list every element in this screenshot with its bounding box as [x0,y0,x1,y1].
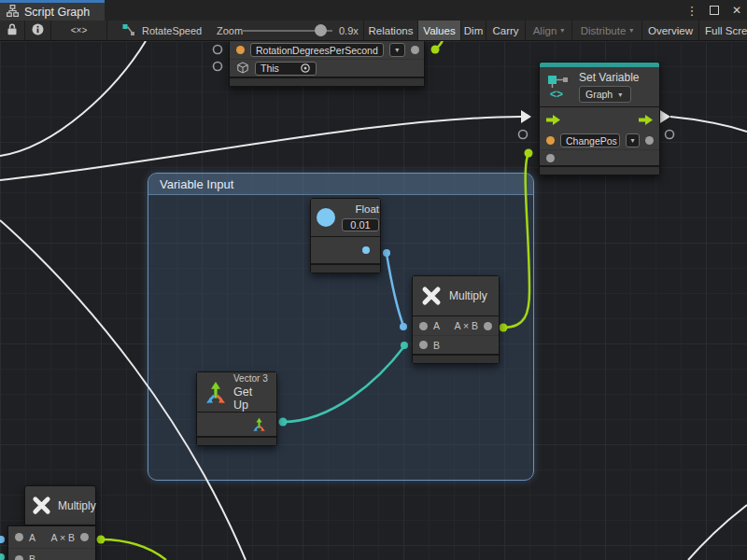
wire-blue-float-to-multiply-a [387,254,403,326]
port-result-output[interactable] [80,533,89,541]
script-machine-icon [122,23,135,38]
chevron-down-icon: ▾ [618,91,622,99]
input-a-row: A A × B [8,526,95,548]
chevron-down-icon: ▾ [560,26,564,35]
wire-end-dot [0,536,5,543]
wire-green-multiply2-output [101,539,166,560]
vector3-icon [204,381,227,403]
wire-end-dot [525,149,533,158]
node-float-literal[interactable]: Float 0.01 [310,198,381,273]
chevron-down-icon: ▾ [630,136,634,145]
port-value-output[interactable] [411,46,419,54]
node-title: Set Variable [579,71,639,84]
input-a-row: A A × B [413,316,499,335]
port-float-output[interactable] [362,246,370,254]
variable-name-row: RotationDegreesPerSecond ▾ [230,41,424,59]
variable-name-field[interactable]: ChangePos [560,133,620,147]
port-a-input[interactable] [419,322,428,330]
variable-scope-dropdown[interactable]: Graph ▾ [579,86,631,103]
close-icon[interactable]: ✕ [730,3,743,18]
node-type-label: Vector 3 [233,373,269,384]
lock-button[interactable] [0,21,25,40]
port-value-output[interactable] [645,136,654,145]
port-variable-name[interactable] [546,136,555,145]
node-footer [540,167,659,175]
port-ring[interactable] [666,131,674,139]
port-variable-name[interactable] [236,46,245,54]
set-variable-icon: <> [547,75,572,100]
port-ring[interactable] [214,63,222,71]
graph-canvas[interactable]: Variable Input Rot [0,41,747,560]
dim-button[interactable]: Dim [461,21,486,40]
float-value-field[interactable]: 0.01 [342,218,379,231]
target-field[interactable]: This [255,62,317,76]
code-view-button[interactable]: <×> [51,21,107,40]
wire-end-dot [97,536,106,544]
carry-button[interactable]: Carry [486,21,526,40]
info-icon [32,23,44,37]
output-row [311,237,380,263]
node-vector3-get-up[interactable]: Vector 3 Get Up [196,371,277,446]
node-footer [311,265,380,273]
flow-arrow-in [521,110,531,123]
flow-input-arrow-icon[interactable] [546,115,560,125]
zoom-slider-handle[interactable] [315,24,327,36]
node-set-variable[interactable]: <> Set Variable Graph ▾ ChangePos [539,62,660,175]
input-b-row: B [413,335,499,354]
node-title: Float [355,203,379,215]
relations-button[interactable]: Relations [363,21,418,40]
node-header: Float 0.01 [311,199,380,236]
lock-icon [7,23,18,37]
svg-text:<>: <> [550,88,563,100]
variable-dropdown-button[interactable]: ▾ [389,43,405,57]
node-header: <> Set Variable Graph ▾ [540,67,659,106]
port-ring[interactable] [519,131,528,139]
maximize-icon[interactable] [708,3,721,18]
port-result-output[interactable] [484,322,492,330]
variable-name-field[interactable]: RotationDegreesPerSecond [250,43,384,57]
distribute-button[interactable]: Distribute▾ [572,21,642,40]
wire-end-dot [431,46,440,54]
port-value-input[interactable] [546,154,555,162]
tab-script-graph[interactable]: Script Graph [0,0,105,21]
full-screen-button[interactable]: Full Screen [699,21,747,40]
wire-white-bottom-right [688,505,747,560]
info-button[interactable] [25,21,51,40]
window-menu-icon[interactable]: ⋮ [685,3,698,18]
overview-button[interactable]: Overview [642,21,699,40]
wire-end-dot [500,324,508,332]
multiply-x-icon [31,495,52,516]
variable-dropdown-button[interactable]: ▾ [626,133,640,147]
align-button[interactable]: Align▾ [526,21,572,40]
output-row [197,413,276,436]
node-title: Get Up [233,385,269,412]
target-picker-icon[interactable] [300,63,311,74]
node-multiply[interactable]: Multiply A A × B B [412,275,500,364]
node-title: Multiply [58,499,96,512]
node-header: Multiply [24,485,96,525]
multiply-x-icon [420,285,443,307]
flow-row [540,107,659,132]
breadcrumb-label: RotateSpeed [142,25,202,36]
window-tab-bar: Script Graph ⋮ ✕ [0,0,747,21]
node-get-variable[interactable]: RotationDegreesPerSecond ▾ This [229,41,425,87]
node-title: Multiply [449,289,487,302]
graph-breadcrumb-rotatespeed[interactable]: RotateSpeed [107,21,212,40]
port-vector3-output[interactable] [252,417,266,431]
port-b-input[interactable] [15,555,23,560]
port-b-input[interactable] [419,341,428,349]
port-ring[interactable] [214,46,222,54]
wire-end-dot [279,418,288,427]
zoom-value: 0.9x [339,21,359,40]
node-footer [230,78,424,86]
wire-white-to-set-variable [0,117,521,180]
target-row: This [230,59,424,77]
node-multiply-2[interactable]: Multiply A A × B B [7,485,96,560]
value-input-row [540,149,659,165]
wire-green-multiply-to-set-variable [503,154,529,328]
float-icon [317,208,335,227]
port-a-input[interactable] [15,533,23,541]
values-button[interactable]: Values [418,21,461,40]
chevron-down-icon: ▾ [629,26,633,35]
flow-output-arrow-icon[interactable] [639,115,653,125]
